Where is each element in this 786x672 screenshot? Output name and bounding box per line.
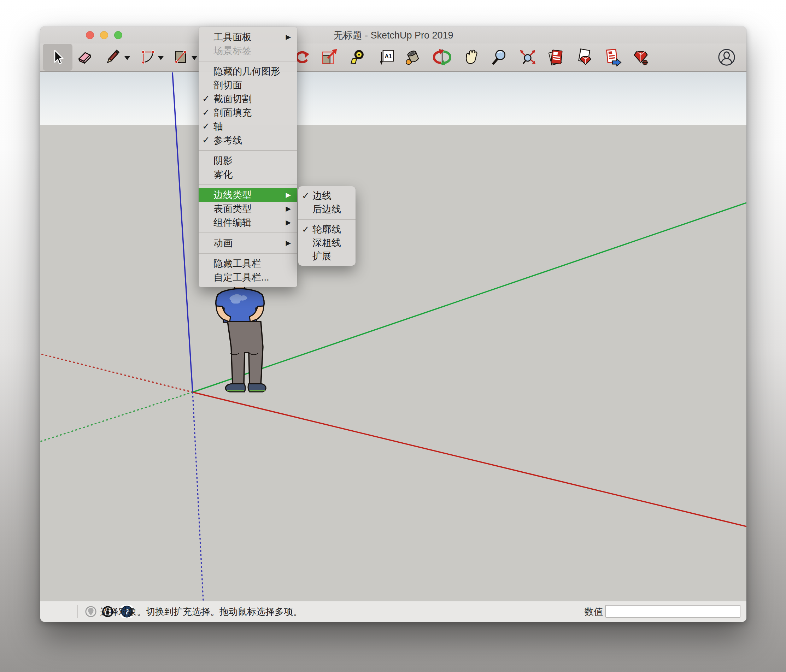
menu-item-label: 参考线 <box>214 134 293 147</box>
submenu-arrow-icon: ▶ <box>286 204 293 213</box>
menu-item-tool-palettes[interactable]: 工具面板▶ <box>199 30 297 44</box>
pencil-icon <box>103 48 121 66</box>
close-button[interactable] <box>86 31 94 39</box>
submenu-item-depth-cue[interactable]: 深粗线 <box>298 236 355 250</box>
measurements-label: 数值 <box>576 601 603 622</box>
extension-warehouse-button[interactable] <box>630 47 651 68</box>
eraser-tool-button[interactable] <box>75 47 95 68</box>
window-title: 无标题 - SketchUp Pro 2019 <box>40 27 747 44</box>
zoom-tool-button[interactable] <box>489 47 509 68</box>
export-document-button[interactable] <box>602 47 623 68</box>
tape-measure-icon <box>349 48 367 66</box>
scale-tool-button[interactable] <box>318 47 339 68</box>
menu-item-animation[interactable]: 动画▶ <box>199 236 297 250</box>
ground <box>40 125 747 601</box>
zoom-extents-button[interactable] <box>517 47 538 68</box>
rectangle-icon <box>172 48 190 66</box>
status-hint: 选择对象。切换到扩充选择。拖动鼠标选择多项。 <box>100 601 302 622</box>
menu-item-section-fill[interactable]: ✓剖面填充 <box>199 106 297 119</box>
submenu-item-profiles[interactable]: ✓轮廓线 <box>298 223 355 236</box>
menu-item-label: 工具面板 <box>214 31 286 44</box>
checkmark-icon: ✓ <box>302 190 313 201</box>
paint-bucket-tool-button[interactable] <box>402 47 423 68</box>
measurements-input[interactable] <box>605 605 740 618</box>
submenu-item-label: 边线 <box>313 189 351 202</box>
menu-separator <box>199 58 297 64</box>
svg-text:A1: A1 <box>385 53 392 60</box>
account-button[interactable] <box>716 47 737 68</box>
submenu-item-label: 扩展 <box>313 250 351 262</box>
line-tool-dropdown-caret[interactable] <box>124 56 130 60</box>
menu-item-label: 场景标签 <box>214 44 293 57</box>
checkmark-icon: ✓ <box>202 93 214 104</box>
select-tool-button[interactable] <box>43 44 72 71</box>
paint-bucket-icon <box>404 48 422 66</box>
select-arrow-icon <box>49 49 66 66</box>
menu-item-component-edit[interactable]: 组件编辑▶ <box>199 215 297 229</box>
menu-item-section-planes[interactable]: 剖切面 <box>199 78 297 92</box>
menu-item-hidden-geometry[interactable]: 隐藏的几何图形 <box>199 64 297 78</box>
menu-separator <box>199 147 297 154</box>
zoom-extents-icon <box>519 48 537 66</box>
window-titlebar: 无标题 - SketchUp Pro 2019 <box>40 27 747 44</box>
menu-item-guides[interactable]: ✓参考线 <box>199 133 297 147</box>
geolocation-icon[interactable] <box>85 606 97 618</box>
pan-tool-button[interactable] <box>461 47 481 68</box>
orbit-tool-button[interactable] <box>432 47 453 68</box>
sky <box>40 72 747 125</box>
menu-item-face-style[interactable]: 表面类型▶ <box>199 202 297 215</box>
menu-item-label: 组件编辑 <box>214 216 286 229</box>
menu-item-axes[interactable]: ✓轴 <box>199 119 297 133</box>
3d-warehouse-icon <box>575 48 593 66</box>
arc-icon <box>139 48 158 66</box>
minimize-button[interactable] <box>100 31 108 39</box>
export-document-icon <box>603 48 622 66</box>
3d-warehouse-button[interactable] <box>574 47 594 68</box>
send-to-layout-icon <box>547 48 565 66</box>
menu-item-hide-toolbar[interactable]: 隐藏工具栏 <box>199 256 297 270</box>
arc-tool-button[interactable] <box>138 47 159 68</box>
sketchup-window: 无标题 - SketchUp Pro 2019 <box>40 27 747 622</box>
model-viewport <box>40 72 747 601</box>
submenu-item-edges[interactable]: ✓边线 <box>298 189 355 203</box>
submenu-arrow-icon: ▶ <box>286 218 293 226</box>
checkmark-icon: ✓ <box>302 224 313 235</box>
pan-hand-icon <box>462 48 480 66</box>
submenu-item-extension[interactable]: 扩展 <box>298 250 355 263</box>
text-tool-icon: A1 <box>377 48 396 66</box>
arc-tool-dropdown-caret[interactable] <box>158 56 163 60</box>
send-to-layout-button[interactable] <box>545 47 566 68</box>
checkmark-icon: ✓ <box>202 121 214 132</box>
scale-icon <box>319 48 338 66</box>
menu-item-label: 隐藏的几何图形 <box>214 65 293 78</box>
menu-item-label: 动画 <box>214 237 286 250</box>
zoom-window-button[interactable] <box>114 31 122 39</box>
submenu-arrow-icon: ▶ <box>286 33 293 41</box>
menu-item-shadows[interactable]: 阴影 <box>199 154 297 168</box>
submenu-item-back-edges[interactable]: 后边线 <box>298 203 355 216</box>
menu-item-label: 剖切面 <box>214 79 293 91</box>
model-canvas[interactable] <box>40 72 747 601</box>
checkmark-icon: ✓ <box>202 135 214 146</box>
toolbar: A1 <box>40 44 747 72</box>
rectangle-tool-dropdown-caret[interactable] <box>192 56 197 60</box>
menu-item-label: 截面切割 <box>214 93 293 105</box>
checkmark-icon: ✓ <box>202 107 214 118</box>
tape-measure-tool-button[interactable] <box>348 47 368 68</box>
rectangle-tool-button[interactable] <box>171 47 191 68</box>
line-tool-button[interactable] <box>102 47 123 68</box>
menu-item-scene-tabs: 场景标签 <box>199 44 297 58</box>
menu-separator <box>199 229 297 236</box>
extension-warehouse-icon <box>632 48 650 66</box>
submenu-arrow-icon: ▶ <box>286 239 293 247</box>
account-icon <box>717 48 736 67</box>
menu-item-section-cuts[interactable]: ✓截面切割 <box>199 92 297 106</box>
menu-item-customize-toolbar[interactable]: 自定工具栏... <box>199 270 297 284</box>
text-tool-button[interactable]: A1 <box>376 47 397 68</box>
menu-item-fog[interactable]: 雾化 <box>199 168 297 181</box>
submenu-item-label: 后边线 <box>313 203 351 215</box>
menu-item-edge-style[interactable]: 边线类型▶ <box>199 188 297 202</box>
menu-item-label: 轴 <box>214 120 293 133</box>
submenu-item-label: 轮廓线 <box>313 223 351 236</box>
submenu-item-label: 深粗线 <box>313 236 351 249</box>
